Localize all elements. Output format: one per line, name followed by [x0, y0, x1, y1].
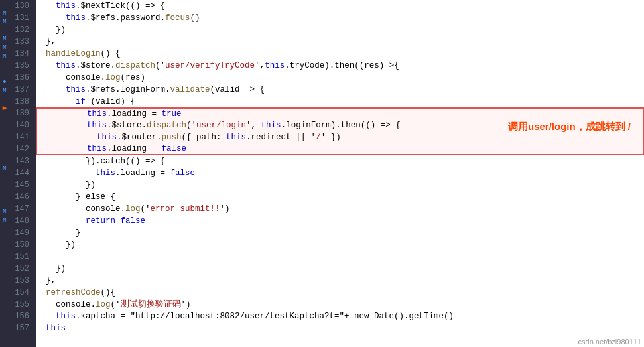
code-line: console.log(res) — [36, 72, 644, 84]
code-line: console.log('测试切换验证码') — [36, 299, 644, 311]
code-line: refreshCode(){ — [36, 287, 644, 299]
code-line: }).catch(() => { — [36, 155, 644, 167]
code-line: this — [36, 322, 644, 334]
chinese-annotation: 调用user/login，成跳转到 / — [508, 121, 631, 133]
code-line: this.loading = false — [36, 143, 644, 155]
code-area[interactable]: this.$nextTick(() => { this.$refs.passwo… — [36, 0, 644, 347]
code-line: this.loading = false — [36, 167, 644, 179]
code-line: }) — [36, 179, 644, 191]
code-line: } else { — [36, 191, 644, 203]
code-line: this.kaptcha = "http://localhost:8082/us… — [36, 311, 644, 322]
code-line: }, — [36, 275, 644, 287]
code-line — [36, 251, 644, 263]
code-line: console.log('error submit!!') — [36, 203, 644, 215]
code-line: this.$refs.loginForm.validate(valid => { — [36, 84, 644, 96]
gutter-area: MMMMM•M▶MMM — [0, 0, 9, 347]
line-number-area: 1301311321331341351361371381391401411421… — [9, 0, 36, 347]
code-line: }) — [36, 24, 644, 36]
code-line: this.$nextTick(() => { — [36, 0, 644, 12]
code-line: }) — [36, 263, 644, 275]
code-line: handleLogin() { — [36, 48, 644, 60]
code-line: } — [36, 227, 644, 239]
code-line: }, — [36, 36, 644, 48]
code-line: }) — [36, 239, 644, 251]
code-lines: this.$nextTick(() => { this.$refs.passwo… — [36, 0, 644, 334]
code-line: return false — [36, 215, 644, 227]
code-line: this.$refs.password.focus() — [36, 12, 644, 24]
watermark: csdn.net/bzi980111 — [576, 336, 644, 347]
code-line: this.loading = true — [36, 107, 644, 119]
code-line: this.$store.dispatch('user/verifyTryCode… — [36, 60, 644, 72]
code-line: if (valid) { — [36, 96, 644, 107]
